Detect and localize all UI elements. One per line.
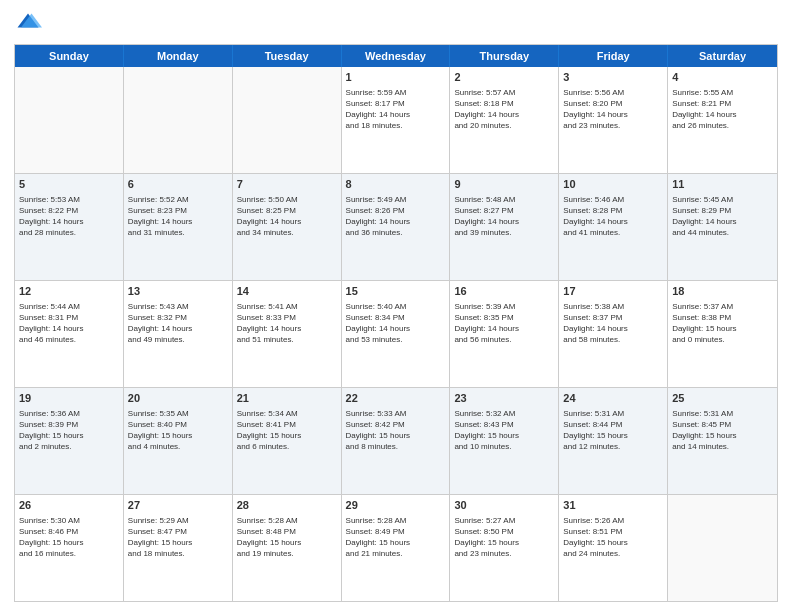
day-number: 23 — [454, 391, 554, 406]
day-number: 15 — [346, 284, 446, 299]
day-number: 31 — [563, 498, 663, 513]
cal-cell-day-7: 7Sunrise: 5:50 AM Sunset: 8:25 PM Daylig… — [233, 174, 342, 280]
page: SundayMondayTuesdayWednesdayThursdayFrid… — [0, 0, 792, 612]
cell-info: Sunrise: 5:39 AM Sunset: 8:35 PM Dayligh… — [454, 301, 554, 346]
calendar-row-2: 5Sunrise: 5:53 AM Sunset: 8:22 PM Daylig… — [15, 173, 777, 280]
cal-cell-day-10: 10Sunrise: 5:46 AM Sunset: 8:28 PM Dayli… — [559, 174, 668, 280]
cell-info: Sunrise: 5:53 AM Sunset: 8:22 PM Dayligh… — [19, 194, 119, 239]
calendar-body: 1Sunrise: 5:59 AM Sunset: 8:17 PM Daylig… — [15, 67, 777, 601]
cell-info: Sunrise: 5:33 AM Sunset: 8:42 PM Dayligh… — [346, 408, 446, 453]
calendar-row-3: 12Sunrise: 5:44 AM Sunset: 8:31 PM Dayli… — [15, 280, 777, 387]
cal-cell-day-20: 20Sunrise: 5:35 AM Sunset: 8:40 PM Dayli… — [124, 388, 233, 494]
header-day-monday: Monday — [124, 45, 233, 67]
day-number: 26 — [19, 498, 119, 513]
header-day-thursday: Thursday — [450, 45, 559, 67]
day-number: 6 — [128, 177, 228, 192]
cal-cell-day-15: 15Sunrise: 5:40 AM Sunset: 8:34 PM Dayli… — [342, 281, 451, 387]
day-number: 16 — [454, 284, 554, 299]
cell-info: Sunrise: 5:57 AM Sunset: 8:18 PM Dayligh… — [454, 87, 554, 132]
cell-info: Sunrise: 5:32 AM Sunset: 8:43 PM Dayligh… — [454, 408, 554, 453]
header-day-wednesday: Wednesday — [342, 45, 451, 67]
cell-info: Sunrise: 5:44 AM Sunset: 8:31 PM Dayligh… — [19, 301, 119, 346]
cell-info: Sunrise: 5:27 AM Sunset: 8:50 PM Dayligh… — [454, 515, 554, 560]
cell-info: Sunrise: 5:28 AM Sunset: 8:48 PM Dayligh… — [237, 515, 337, 560]
calendar-row-4: 19Sunrise: 5:36 AM Sunset: 8:39 PM Dayli… — [15, 387, 777, 494]
cell-info: Sunrise: 5:48 AM Sunset: 8:27 PM Dayligh… — [454, 194, 554, 239]
cal-cell-day-6: 6Sunrise: 5:52 AM Sunset: 8:23 PM Daylig… — [124, 174, 233, 280]
day-number: 17 — [563, 284, 663, 299]
cal-cell-day-27: 27Sunrise: 5:29 AM Sunset: 8:47 PM Dayli… — [124, 495, 233, 601]
day-number: 14 — [237, 284, 337, 299]
day-number: 3 — [563, 70, 663, 85]
cell-info: Sunrise: 5:34 AM Sunset: 8:41 PM Dayligh… — [237, 408, 337, 453]
header-day-tuesday: Tuesday — [233, 45, 342, 67]
cal-cell-day-23: 23Sunrise: 5:32 AM Sunset: 8:43 PM Dayli… — [450, 388, 559, 494]
calendar: SundayMondayTuesdayWednesdayThursdayFrid… — [14, 44, 778, 602]
cal-cell-day-21: 21Sunrise: 5:34 AM Sunset: 8:41 PM Dayli… — [233, 388, 342, 494]
header-day-saturday: Saturday — [668, 45, 777, 67]
cell-info: Sunrise: 5:29 AM Sunset: 8:47 PM Dayligh… — [128, 515, 228, 560]
cell-info: Sunrise: 5:59 AM Sunset: 8:17 PM Dayligh… — [346, 87, 446, 132]
cal-cell-day-25: 25Sunrise: 5:31 AM Sunset: 8:45 PM Dayli… — [668, 388, 777, 494]
cell-info: Sunrise: 5:45 AM Sunset: 8:29 PM Dayligh… — [672, 194, 773, 239]
day-number: 9 — [454, 177, 554, 192]
cell-info: Sunrise: 5:28 AM Sunset: 8:49 PM Dayligh… — [346, 515, 446, 560]
cell-info: Sunrise: 5:55 AM Sunset: 8:21 PM Dayligh… — [672, 87, 773, 132]
day-number: 24 — [563, 391, 663, 406]
cal-cell-day-22: 22Sunrise: 5:33 AM Sunset: 8:42 PM Dayli… — [342, 388, 451, 494]
cell-info: Sunrise: 5:38 AM Sunset: 8:37 PM Dayligh… — [563, 301, 663, 346]
cal-cell-day-12: 12Sunrise: 5:44 AM Sunset: 8:31 PM Dayli… — [15, 281, 124, 387]
day-number: 19 — [19, 391, 119, 406]
day-number: 13 — [128, 284, 228, 299]
logo-icon — [14, 10, 42, 38]
day-number: 2 — [454, 70, 554, 85]
day-number: 8 — [346, 177, 446, 192]
day-number: 22 — [346, 391, 446, 406]
cal-cell-day-3: 3Sunrise: 5:56 AM Sunset: 8:20 PM Daylig… — [559, 67, 668, 173]
day-number: 30 — [454, 498, 554, 513]
calendar-row-1: 1Sunrise: 5:59 AM Sunset: 8:17 PM Daylig… — [15, 67, 777, 173]
cell-info: Sunrise: 5:46 AM Sunset: 8:28 PM Dayligh… — [563, 194, 663, 239]
cell-info: Sunrise: 5:52 AM Sunset: 8:23 PM Dayligh… — [128, 194, 228, 239]
cal-cell-day-29: 29Sunrise: 5:28 AM Sunset: 8:49 PM Dayli… — [342, 495, 451, 601]
cell-info: Sunrise: 5:41 AM Sunset: 8:33 PM Dayligh… — [237, 301, 337, 346]
day-number: 27 — [128, 498, 228, 513]
cal-cell-day-14: 14Sunrise: 5:41 AM Sunset: 8:33 PM Dayli… — [233, 281, 342, 387]
day-number: 1 — [346, 70, 446, 85]
cell-info: Sunrise: 5:31 AM Sunset: 8:44 PM Dayligh… — [563, 408, 663, 453]
cell-info: Sunrise: 5:36 AM Sunset: 8:39 PM Dayligh… — [19, 408, 119, 453]
cell-info: Sunrise: 5:43 AM Sunset: 8:32 PM Dayligh… — [128, 301, 228, 346]
cal-cell-day-28: 28Sunrise: 5:28 AM Sunset: 8:48 PM Dayli… — [233, 495, 342, 601]
day-number: 21 — [237, 391, 337, 406]
cal-cell-day-11: 11Sunrise: 5:45 AM Sunset: 8:29 PM Dayli… — [668, 174, 777, 280]
cell-info: Sunrise: 5:31 AM Sunset: 8:45 PM Dayligh… — [672, 408, 773, 453]
cal-cell-day-9: 9Sunrise: 5:48 AM Sunset: 8:27 PM Daylig… — [450, 174, 559, 280]
cal-cell-day-18: 18Sunrise: 5:37 AM Sunset: 8:38 PM Dayli… — [668, 281, 777, 387]
day-number: 12 — [19, 284, 119, 299]
cal-cell-day-8: 8Sunrise: 5:49 AM Sunset: 8:26 PM Daylig… — [342, 174, 451, 280]
cal-cell-day-26: 26Sunrise: 5:30 AM Sunset: 8:46 PM Dayli… — [15, 495, 124, 601]
cell-info: Sunrise: 5:49 AM Sunset: 8:26 PM Dayligh… — [346, 194, 446, 239]
cal-cell-day-31: 31Sunrise: 5:26 AM Sunset: 8:51 PM Dayli… — [559, 495, 668, 601]
day-number: 4 — [672, 70, 773, 85]
cell-info: Sunrise: 5:56 AM Sunset: 8:20 PM Dayligh… — [563, 87, 663, 132]
cal-cell-day-16: 16Sunrise: 5:39 AM Sunset: 8:35 PM Dayli… — [450, 281, 559, 387]
header-day-sunday: Sunday — [15, 45, 124, 67]
calendar-header: SundayMondayTuesdayWednesdayThursdayFrid… — [15, 45, 777, 67]
cal-cell-empty — [233, 67, 342, 173]
day-number: 11 — [672, 177, 773, 192]
cell-info: Sunrise: 5:30 AM Sunset: 8:46 PM Dayligh… — [19, 515, 119, 560]
cal-cell-day-13: 13Sunrise: 5:43 AM Sunset: 8:32 PM Dayli… — [124, 281, 233, 387]
cell-info: Sunrise: 5:50 AM Sunset: 8:25 PM Dayligh… — [237, 194, 337, 239]
day-number: 10 — [563, 177, 663, 192]
day-number: 20 — [128, 391, 228, 406]
cal-cell-day-2: 2Sunrise: 5:57 AM Sunset: 8:18 PM Daylig… — [450, 67, 559, 173]
day-number: 25 — [672, 391, 773, 406]
header — [14, 10, 778, 38]
day-number: 28 — [237, 498, 337, 513]
day-number: 18 — [672, 284, 773, 299]
cell-info: Sunrise: 5:26 AM Sunset: 8:51 PM Dayligh… — [563, 515, 663, 560]
header-day-friday: Friday — [559, 45, 668, 67]
cell-info: Sunrise: 5:35 AM Sunset: 8:40 PM Dayligh… — [128, 408, 228, 453]
cal-cell-empty — [668, 495, 777, 601]
